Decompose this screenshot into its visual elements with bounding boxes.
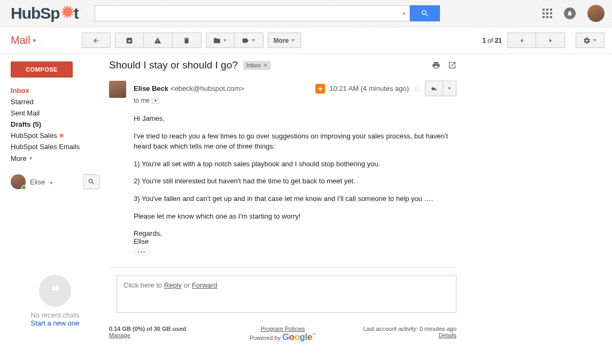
sidebar-item[interactable]: Inbox: [11, 85, 99, 96]
labels-button[interactable]: ▼: [235, 33, 264, 48]
sidebar-item[interactable]: HubSpot Sales✹: [11, 130, 99, 141]
apps-icon[interactable]: [543, 9, 552, 18]
reply-icon: [430, 85, 438, 92]
search-button[interactable]: [410, 5, 440, 21]
chat-self-name[interactable]: Elise ▼: [30, 178, 53, 186]
settings-button[interactable]: ▼: [576, 33, 605, 48]
details-caret-icon[interactable]: ▼: [152, 98, 159, 104]
details-link[interactable]: Details: [438, 332, 456, 338]
moveto-button[interactable]: ▼: [206, 33, 235, 48]
hangouts-promo: ❝ No recent chats Start a new one: [11, 275, 99, 327]
sender-name[interactable]: Elise Beck: [134, 84, 168, 92]
hubspot-plus-icon[interactable]: +: [315, 84, 325, 94]
activity-text: Last account activity: 0 minutes ago: [363, 326, 456, 332]
to-row[interactable]: to me▼: [134, 97, 456, 104]
reply-box[interactable]: Click here to Reply or Forward: [117, 275, 456, 313]
body-paragraph: Hi James,: [134, 114, 456, 124]
folder-icon: [213, 37, 221, 44]
search-icon: [88, 178, 95, 185]
search-wrap: ▼: [95, 5, 440, 21]
more-button[interactable]: More▼: [268, 33, 301, 48]
account-avatar[interactable]: [587, 5, 605, 22]
notifications-icon[interactable]: [564, 7, 576, 19]
body-paragraph: 2) You're still interested but haven't h…: [134, 176, 456, 187]
sidebar-item[interactable]: Sent Mail: [11, 107, 99, 119]
presence-indicator: [21, 185, 26, 190]
action-buttons: ▼ ▼ More▼: [82, 33, 301, 48]
folder-list: InboxStarredSent MailDrafts (5)HubSpot S…: [11, 85, 99, 152]
print-icon[interactable]: [432, 61, 440, 69]
google-logo: Google™: [282, 332, 316, 342]
chevron-left-icon: [518, 37, 525, 44]
compose-button[interactable]: COMPOSE: [11, 61, 73, 78]
logo-text-2: t: [74, 4, 79, 22]
new-window-icon[interactable]: [448, 61, 456, 69]
chevron-right-icon: [547, 37, 554, 44]
sidebar: COMPOSE InboxStarredSent MailDrafts (5)H…: [0, 54, 105, 353]
label-icon: [242, 37, 249, 44]
message-body: Hi James,I've tried to reach you a few t…: [134, 114, 456, 222]
mail-dropdown[interactable]: Mail▼: [11, 34, 37, 47]
storage-text: 0.14 GB (0%) of 30 GB used: [109, 326, 186, 332]
search-options-dropdown[interactable]: ▼: [399, 5, 410, 21]
app-header: HubSp✹t ▼: [0, 0, 612, 27]
header-right: [543, 5, 605, 22]
pagination: 1 of 21 ▼: [482, 33, 605, 48]
delete-button[interactable]: [173, 33, 202, 48]
reply-area: Click here to Reply or Forward: [109, 275, 456, 313]
trash-icon: [183, 37, 190, 44]
chat-search-button[interactable]: [83, 174, 99, 189]
remove-label-icon[interactable]: ✕: [263, 62, 268, 69]
sender-avatar[interactable]: [109, 81, 126, 98]
back-icon: [92, 37, 100, 44]
chat-section: Elise ▼: [11, 174, 99, 189]
from-row: Elise Beck <ebeck@hubspot.com> + 10:21 A…: [134, 81, 456, 96]
hubspot-logo: HubSp✹t: [11, 4, 79, 22]
inbox-label-chip[interactable]: Inbox✕: [243, 61, 271, 70]
mail-label: Mail: [11, 34, 30, 46]
email-subject: Should I stay or should I go?: [109, 59, 238, 71]
timestamp: 10:21 AM (4 minutes ago): [329, 84, 409, 92]
sidebar-item[interactable]: HubSpot Sales Emails: [11, 141, 99, 152]
body-paragraph: 3) You've fallen and can't get up and in…: [134, 194, 456, 204]
search-input[interactable]: [95, 5, 399, 21]
page-count: 1 of 21: [482, 37, 502, 44]
reply-more-button[interactable]: ▼: [443, 81, 456, 96]
body-paragraph: 1) You're all set with a top notch sales…: [134, 159, 456, 169]
show-trimmed-button[interactable]: •••: [134, 249, 150, 255]
spam-icon: [154, 37, 161, 44]
archive-button[interactable]: [115, 33, 144, 48]
logo-text-1: HubSp: [11, 4, 60, 22]
forward-link[interactable]: Forward: [192, 281, 218, 289]
message: Elise Beck <ebeck@hubspot.com> + 10:21 A…: [109, 81, 456, 255]
gear-icon: [583, 37, 591, 44]
footer: 0.14 GB (0%) of 30 GB used Manage Progra…: [109, 326, 456, 343]
main: Should I stay or should I go? Inbox✕ Eli…: [105, 54, 468, 353]
hangouts-link[interactable]: Start a new one: [30, 319, 79, 327]
spam-button[interactable]: [144, 33, 173, 48]
archive-icon: [126, 37, 133, 44]
divider: [109, 267, 456, 268]
label-group: ▼ ▼: [206, 33, 264, 48]
prev-page-button[interactable]: [507, 33, 536, 48]
star-icon[interactable]: ☆: [413, 83, 421, 94]
manage-link[interactable]: Manage: [109, 332, 130, 338]
organize-group: [115, 33, 202, 48]
sidebar-item[interactable]: Starred: [11, 96, 99, 107]
sidebar-item[interactable]: Drafts (5): [11, 119, 99, 130]
reply-button[interactable]: [425, 81, 443, 96]
sprocket-icon: ✹: [59, 132, 64, 140]
search-icon: [421, 9, 429, 18]
body-paragraph: I've tried to reach you a few times to g…: [134, 131, 456, 152]
subject-row: Should I stay or should I go? Inbox✕: [109, 59, 456, 71]
sidebar-more[interactable]: More▼: [11, 154, 99, 162]
body-paragraph: Please let me know which one as I'm star…: [134, 212, 456, 222]
signature: Regards, Elise: [134, 229, 456, 245]
chat-avatar[interactable]: [11, 174, 26, 189]
hangouts-text: No recent chats: [11, 311, 99, 319]
hangouts-icon: ❝: [39, 275, 71, 307]
policies-link[interactable]: Program Policies: [260, 326, 305, 332]
back-button[interactable]: [82, 33, 111, 48]
next-page-button[interactable]: [536, 33, 565, 48]
reply-link[interactable]: Reply: [164, 281, 182, 289]
